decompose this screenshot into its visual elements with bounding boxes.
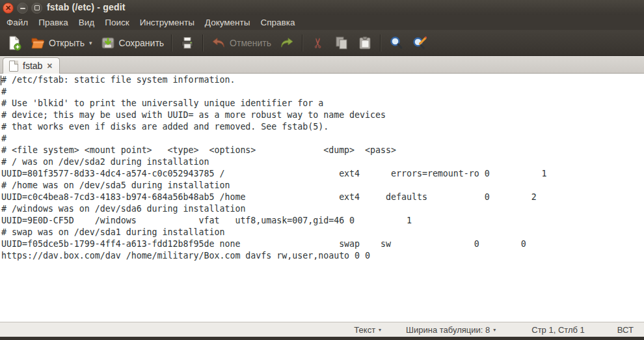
title-bar: ✕ fstab (/etc) - gedit <box>0 0 644 15</box>
language-mode-selector[interactable]: Текст ▾ <box>354 325 381 335</box>
language-mode-caret-icon: ▾ <box>379 327 381 333</box>
editor-line: https://dav.box.com/dav /home/military/B… <box>1 250 644 262</box>
menu-help[interactable]: Справка <box>255 16 300 29</box>
open-folder-icon <box>30 35 46 51</box>
menu-view[interactable]: Вид <box>74 16 100 29</box>
search-replace-icon <box>412 35 427 51</box>
toolbar-separator <box>202 35 204 51</box>
editor-line: # / was on /dev/sda2 during installation <box>1 156 644 168</box>
save-button[interactable]: Сохранить <box>96 33 168 53</box>
window-close-button[interactable]: ✕ <box>3 3 14 14</box>
window-bottom-edge <box>0 337 644 340</box>
maximize-icon <box>34 5 40 10</box>
save-icon <box>100 35 116 51</box>
status-bar: Текст ▾ Ширина табуляции: 8 ▾ Стр 1, Стл… <box>0 322 644 337</box>
new-document-icon <box>7 35 22 51</box>
search-icon <box>388 35 404 51</box>
cut-scissors-icon: ✂ <box>310 35 326 51</box>
tab-width-caret-icon: ▾ <box>493 327 496 333</box>
cursor-position-label: Стр 1, Стлб 1 <box>531 325 585 335</box>
paste-icon <box>357 35 373 51</box>
toolbar-separator <box>171 35 172 51</box>
tab-bar: fstab × <box>0 56 644 74</box>
insert-mode-indicator: ВСТ <box>617 325 634 335</box>
menu-documents[interactable]: Документы <box>200 16 256 29</box>
find-button[interactable] <box>384 33 408 53</box>
window-minimize-button[interactable] <box>17 3 28 14</box>
open-button[interactable]: Открыть ▾ <box>26 33 96 53</box>
save-button-label: Сохранить <box>119 38 165 48</box>
editor-line: # swap was on /dev/sda1 during installat… <box>1 227 644 238</box>
editor-line: # /etc/fstab: static file system informa… <box>1 74 644 86</box>
copy-icon <box>334 35 349 51</box>
editor-line: # /windows was on /dev/sda6 during insta… <box>1 203 644 215</box>
paste-button[interactable] <box>353 33 377 53</box>
minimize-icon <box>20 8 25 9</box>
editor-line: UUID=c0c4bea8-7cd3-4183-b974-684a56b48ab… <box>1 191 644 203</box>
menu-tools[interactable]: Инструменты <box>135 16 200 29</box>
menu-edit[interactable]: Правка <box>33 16 74 29</box>
language-mode-label: Текст <box>354 325 375 335</box>
toolbar-separator <box>302 35 303 51</box>
editor-line: # /home was on /dev/sda5 during installa… <box>1 180 644 191</box>
document-icon <box>9 61 18 72</box>
copy-button[interactable] <box>330 33 353 53</box>
menu-bar: Файл Правка Вид Поиск Инструменты Докуме… <box>0 15 644 30</box>
open-button-label: Открыть <box>49 38 85 48</box>
tab-width-selector[interactable]: Ширина табуляции: 8 ▾ <box>406 325 496 335</box>
editor-line: # <file system> <mount point> <type> <op… <box>1 145 644 156</box>
editor-line: # device; this may be used with UUID= as… <box>1 109 644 121</box>
editor-line: UUID=801f3577-8d33-4dc4-a574-c0c05294378… <box>1 168 644 180</box>
editor-line: # <box>1 86 644 98</box>
toolbar: Открыть ▾ Сохранить <box>0 30 644 56</box>
open-dropdown-caret-icon[interactable]: ▾ <box>89 40 92 46</box>
find-replace-button[interactable] <box>408 33 431 53</box>
undo-button-label: Отменить <box>230 38 271 48</box>
editor-line: # Use 'blkid' to print the universally u… <box>1 98 644 109</box>
tab-fstab[interactable]: fstab × <box>3 57 60 74</box>
editor-line: # <box>1 133 644 145</box>
menu-file[interactable]: Файл <box>1 16 33 29</box>
tab-label: fstab <box>23 61 42 71</box>
toolbar-separator <box>380 35 381 51</box>
window-maximize-button[interactable] <box>31 3 42 14</box>
undo-button[interactable]: Отменить <box>207 33 275 53</box>
menu-search[interactable]: Поиск <box>100 16 134 29</box>
new-document-button[interactable] <box>3 33 26 53</box>
cursor-position-indicator: Стр 1, Стлб 1 <box>531 325 585 335</box>
window-title: fstab (/etc) - gedit <box>47 2 126 12</box>
gedit-window: ✕ fstab (/etc) - gedit Файл Правка Вид П… <box>0 0 644 340</box>
editor-line: # that works even if disks are added and… <box>1 121 644 133</box>
tab-close-icon[interactable]: × <box>47 61 52 70</box>
tab-width-label: Ширина табуляции: 8 <box>406 325 490 335</box>
undo-icon <box>211 35 226 51</box>
insert-mode-label: ВСТ <box>617 325 634 335</box>
redo-icon <box>279 35 295 51</box>
print-icon <box>180 35 195 51</box>
text-editor-area[interactable]: # /etc/fstab: static file system informa… <box>0 74 644 322</box>
editor-line: UUID=f05dce5b-1799-4ff4-a613-fdd12b8f95d… <box>1 238 644 250</box>
redo-button[interactable] <box>275 33 299 53</box>
text-cursor <box>1 76 1 85</box>
editor-line: UUID=9E0D-CF5D /windows vfat utf8,umask=… <box>1 215 644 227</box>
cut-button[interactable]: ✂ <box>306 33 330 53</box>
print-button[interactable] <box>176 33 199 53</box>
